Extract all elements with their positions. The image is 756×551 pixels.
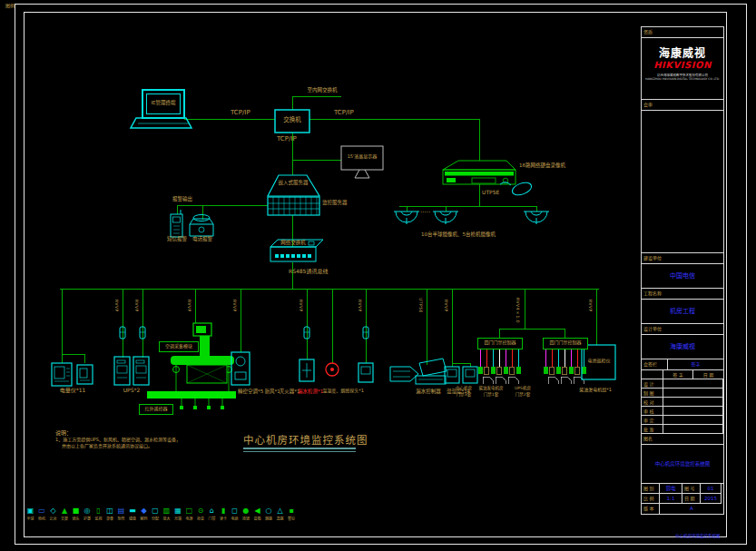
legend-block: ▬ 键盘 [128, 505, 138, 522]
legend-block-icon: ▲ [62, 505, 67, 517]
th-transmitter-icons [445, 367, 477, 383]
legend-block-icon: ◇ [50, 505, 55, 517]
door-controller2-label: 四门门禁控制器 [543, 338, 588, 349]
switch-box-label: 交换机 [276, 117, 309, 123]
legend-block-icon: ◫ [106, 505, 113, 517]
th-smoke-sensor-icon [358, 363, 373, 382]
legend-block: ▢ 分配 [151, 505, 161, 522]
door-room3-label: UPS机房 [508, 386, 537, 390]
sign-row-label: 审 定 [642, 416, 663, 425]
legend-block-label: 音箱 [254, 517, 261, 522]
grid-value: 1:1 [660, 494, 682, 504]
sheet-footer-blue: 中心机房环境监控系统图 [675, 534, 721, 538]
legend-block-icon: ◀ [254, 505, 260, 517]
air-conditioner-icon [147, 323, 236, 409]
field-label: 建设单位 [642, 253, 723, 264]
legend-block-label: 枪机 [38, 517, 45, 522]
net-switch-label: 网络交换机 [272, 240, 314, 245]
legend-block: ◀ 音箱 [252, 505, 262, 522]
camera-dots: ····· [420, 209, 430, 216]
legend-block-icon: ○ [266, 505, 272, 517]
legend-block: ▤ 矩阵 [116, 505, 126, 522]
legend-block-icon: ▦ [174, 505, 182, 517]
sign-header-date: 日 期 [693, 370, 723, 379]
meter-label: 电量仪*11 [52, 388, 93, 394]
legend-block: ◫ 录像 [105, 505, 115, 522]
legend-block: ● 按钮 [241, 505, 251, 522]
legend-block-label: 监视 [95, 517, 103, 522]
legend-block-label: 光端 [174, 517, 182, 522]
legend-block-icon: ▣ [27, 505, 34, 517]
legend-block: △ 温感 [275, 505, 285, 522]
legend-block-label: 烟感 [265, 517, 272, 522]
leak-controller-icon [416, 359, 447, 384]
legend-block-icon: ▮ [221, 505, 225, 517]
legend-block-icon: ● [243, 505, 250, 517]
intranet-switch-label: 至内网交换机 [301, 87, 343, 93]
legend-block: ▭ 枪机 [37, 505, 47, 522]
legend-block-label: 护罩 [83, 517, 91, 522]
cable-tag: RVVP [299, 300, 303, 312]
legend-block-label: 键盘 [129, 517, 136, 522]
door-room2-count: 门禁1套 [476, 392, 506, 397]
embedded-server-label: 嵌入式服务器 [273, 180, 313, 185]
legend-block: ○ 烟感 [264, 505, 274, 522]
genset-label: 柴油发电机组*1 [570, 388, 621, 393]
legend-block-label: 矩阵 [118, 517, 125, 522]
legend-block: ▪ 警铃 [287, 505, 297, 522]
legend-block-icon: ◎ [84, 505, 91, 517]
field-value: 机房工程 [642, 300, 723, 324]
legend-block: ⊙ 拾音 [196, 505, 206, 522]
legend-block-icon: ⊙ [198, 505, 204, 517]
field-value: 海康威视 [642, 335, 723, 359]
legend-block-label: 温感 [277, 517, 284, 522]
sign-title-row: 会签栏 签字 [642, 359, 723, 370]
tcpip-left-label: TCP/IP [231, 109, 250, 116]
sign-row-label: 审 核 [642, 407, 663, 416]
ac-remote-label: 红外遥控器 [139, 404, 173, 415]
legend-block: ▣ 半球 [25, 505, 35, 522]
grid-value: 2015 [701, 494, 722, 504]
sign-grid: 签 字 日 期 设 计 制 图 校 对 审 核 [642, 370, 723, 434]
grid-value: 01 [701, 484, 722, 494]
power-meter-icons [52, 363, 93, 386]
logo-company-en: HANGZHOU HIKVISION DIGITAL TECHNOLOGY CO… [642, 77, 723, 81]
cable-tag: RVVP [232, 300, 237, 312]
titleblock-grid: 图 别 弱电 图 号 01 比 例 1:1 日 期 2015 [642, 484, 723, 504]
legend-block-icon: ▯ [96, 505, 100, 517]
legend-block: ▥ 放大 [162, 505, 172, 522]
door-room2-label: 柴油发电机房 [476, 386, 506, 390]
cable-tag: RVVP [114, 300, 119, 312]
legend-block: ▦ 光端 [173, 505, 183, 522]
title-block: 资质 海康威视 HIKVISION 杭州海康威视数字技术股份有限公司 HANGZ… [641, 26, 724, 515]
drawing-name-label: 图名 [642, 434, 723, 445]
legend-block-label: 拾音 [197, 517, 204, 522]
legend-block-label: 门禁 [209, 517, 216, 522]
notes-line2: 并由以上各厂家负责开放系统通讯协议接口。 [62, 442, 152, 448]
grid-label: 图 别 [642, 484, 660, 494]
telephone-icon [190, 215, 213, 237]
sign-row-label: 批 准 [642, 425, 663, 434]
version-value: A [660, 504, 723, 514]
field-label: 设计单位 [642, 324, 723, 335]
alarm-output-label: 报警输出 [172, 196, 192, 202]
th-smoke-label: 温湿度、烟感探头*1 [319, 389, 367, 394]
lcd-monitor-label: 15'液晶显示器 [342, 154, 382, 160]
legend-block-label: 支架 [61, 517, 68, 522]
legend-block-icon: ▪ [289, 505, 293, 517]
monitor-server-label: 监控服务器 [322, 200, 348, 205]
legend-block-label: 读卡 [220, 517, 227, 522]
cable-tag: RVV4×1.0 [515, 298, 520, 323]
leak-cable-icon [390, 367, 418, 381]
sheet-frame [15, 5, 747, 545]
field-value: 中国电信 [642, 264, 723, 289]
cable-tag: RVVP [187, 300, 191, 312]
cable-tag: RVVP [134, 300, 139, 312]
sign-title-value: 签字 [668, 359, 723, 369]
field-label: 工程名称 [642, 289, 723, 300]
sms-alarm-label: 短信报警 [163, 236, 191, 241]
legend-block-icon: △ [277, 505, 282, 517]
legend-block-icon: ▢ [152, 505, 159, 517]
legend-block-label: 警铃 [288, 517, 295, 522]
dvr-icon [443, 161, 515, 184]
